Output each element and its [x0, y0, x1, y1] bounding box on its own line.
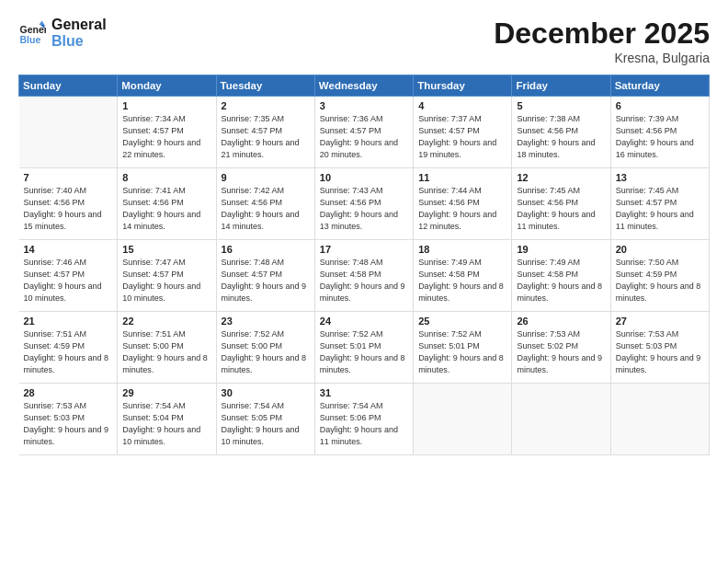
table-cell: 7 Sunrise: 7:40 AM Sunset: 4:56 PM Dayli…	[19, 168, 118, 240]
table-cell	[414, 384, 512, 455]
sunrise: Sunrise: 7:41 AM	[122, 186, 186, 195]
daylight: Daylight: 9 hours and 20 minutes.	[320, 138, 398, 159]
week-row-1: 1 Sunrise: 7:34 AM Sunset: 4:57 PM Dayli…	[19, 97, 710, 168]
day-info: Sunrise: 7:37 AM Sunset: 4:57 PM Dayligh…	[418, 113, 506, 161]
sunrise: Sunrise: 7:45 AM	[616, 186, 679, 195]
day-info: Sunrise: 7:52 AM Sunset: 5:01 PM Dayligh…	[320, 328, 408, 376]
table-cell	[512, 384, 610, 455]
sunset: Sunset: 4:56 PM	[616, 126, 677, 135]
sunrise: Sunrise: 7:49 AM	[517, 258, 580, 267]
table-cell: 1 Sunrise: 7:34 AM Sunset: 4:57 PM Dayli…	[118, 97, 216, 168]
sunset: Sunset: 4:58 PM	[320, 270, 381, 279]
header-wednesday: Wednesday	[314, 75, 413, 97]
day-number: 2	[222, 100, 310, 111]
sunrise: Sunrise: 7:51 AM	[122, 329, 186, 339]
daylight: Daylight: 9 hours and 10 minutes.	[24, 282, 102, 303]
sunset: Sunset: 4:59 PM	[24, 341, 85, 350]
sunset: Sunset: 4:58 PM	[418, 270, 480, 279]
day-number: 11	[418, 172, 506, 183]
table-cell: 2 Sunrise: 7:35 AM Sunset: 4:57 PM Dayli…	[216, 97, 314, 168]
daylight: Daylight: 9 hours and 18 minutes.	[517, 138, 595, 159]
table-cell: 15 Sunrise: 7:47 AM Sunset: 4:57 PM Dayl…	[118, 240, 216, 312]
day-info: Sunrise: 7:54 AM Sunset: 5:06 PM Dayligh…	[320, 400, 408, 448]
table-cell	[610, 384, 709, 455]
sunrise: Sunrise: 7:52 AM	[418, 329, 482, 339]
sunrise: Sunrise: 7:48 AM	[222, 258, 285, 267]
sunset: Sunset: 5:00 PM	[122, 341, 184, 350]
day-info: Sunrise: 7:49 AM Sunset: 4:58 PM Dayligh…	[418, 257, 506, 304]
daylight: Daylight: 9 hours and 8 minutes.	[320, 353, 405, 374]
daylight: Daylight: 9 hours and 11 minutes.	[320, 425, 398, 446]
table-cell: 8 Sunrise: 7:41 AM Sunset: 4:56 PM Dayli…	[118, 168, 216, 240]
day-number: 21	[24, 316, 113, 327]
daylight: Daylight: 9 hours and 10 minutes.	[222, 425, 300, 446]
logo-line1: General	[51, 17, 107, 33]
weekday-header-row: Sunday Monday Tuesday Wednesday Thursday…	[19, 75, 710, 97]
day-number: 31	[320, 387, 408, 398]
sunset: Sunset: 5:00 PM	[222, 341, 283, 350]
sunset: Sunset: 4:59 PM	[616, 270, 677, 279]
sunset: Sunset: 4:57 PM	[222, 270, 283, 279]
table-cell: 5 Sunrise: 7:38 AM Sunset: 4:56 PM Dayli…	[512, 97, 610, 168]
sunset: Sunset: 4:57 PM	[24, 270, 85, 279]
header-tuesday: Tuesday	[216, 75, 314, 97]
table-cell: 18 Sunrise: 7:49 AM Sunset: 4:58 PM Dayl…	[414, 240, 512, 312]
sunrise: Sunrise: 7:53 AM	[517, 329, 580, 339]
day-number: 29	[122, 387, 210, 398]
daylight: Daylight: 9 hours and 16 minutes.	[616, 138, 694, 159]
table-cell: 4 Sunrise: 7:37 AM Sunset: 4:57 PM Dayli…	[414, 97, 512, 168]
week-row-5: 28 Sunrise: 7:53 AM Sunset: 5:03 PM Dayl…	[19, 384, 710, 455]
sunset: Sunset: 4:57 PM	[222, 126, 283, 135]
table-cell: 28 Sunrise: 7:53 AM Sunset: 5:03 PM Dayl…	[19, 384, 118, 455]
day-info: Sunrise: 7:50 AM Sunset: 4:59 PM Dayligh…	[616, 257, 704, 304]
day-number: 6	[616, 100, 704, 111]
sunset: Sunset: 4:56 PM	[222, 198, 283, 207]
day-number: 3	[320, 100, 408, 111]
header: General Blue General Blue December 2025 …	[18, 17, 710, 65]
day-number: 17	[320, 244, 408, 255]
daylight: Daylight: 9 hours and 9 minutes.	[517, 353, 602, 374]
table-cell: 21 Sunrise: 7:51 AM Sunset: 4:59 PM Dayl…	[19, 312, 118, 384]
day-number: 4	[418, 100, 506, 111]
table-cell: 31 Sunrise: 7:54 AM Sunset: 5:06 PM Dayl…	[314, 384, 413, 455]
calendar-page: General Blue General Blue December 2025 …	[0, 0, 728, 563]
day-info: Sunrise: 7:52 AM Sunset: 5:01 PM Dayligh…	[418, 328, 506, 376]
sunset: Sunset: 4:57 PM	[122, 270, 184, 279]
header-thursday: Thursday	[414, 75, 512, 97]
day-info: Sunrise: 7:40 AM Sunset: 4:56 PM Dayligh…	[24, 185, 113, 233]
sunrise: Sunrise: 7:52 AM	[320, 329, 383, 339]
day-info: Sunrise: 7:41 AM Sunset: 4:56 PM Dayligh…	[122, 185, 210, 233]
table-cell: 25 Sunrise: 7:52 AM Sunset: 5:01 PM Dayl…	[414, 312, 512, 384]
day-info: Sunrise: 7:51 AM Sunset: 4:59 PM Dayligh…	[24, 328, 113, 376]
daylight: Daylight: 9 hours and 8 minutes.	[418, 353, 504, 374]
day-info: Sunrise: 7:48 AM Sunset: 4:58 PM Dayligh…	[320, 257, 408, 304]
table-cell: 14 Sunrise: 7:46 AM Sunset: 4:57 PM Dayl…	[19, 240, 118, 312]
daylight: Daylight: 9 hours and 8 minutes.	[122, 353, 208, 374]
day-info: Sunrise: 7:39 AM Sunset: 4:56 PM Dayligh…	[616, 113, 704, 161]
title-block: December 2025 Kresna, Bulgaria	[494, 17, 710, 65]
header-sunday: Sunday	[19, 75, 118, 97]
sunrise: Sunrise: 7:46 AM	[24, 258, 87, 267]
day-info: Sunrise: 7:53 AM Sunset: 5:03 PM Dayligh…	[616, 328, 704, 376]
day-number: 14	[24, 244, 113, 255]
logo-line2: Blue	[51, 33, 107, 50]
table-cell: 20 Sunrise: 7:50 AM Sunset: 4:59 PM Dayl…	[610, 240, 709, 312]
day-info: Sunrise: 7:52 AM Sunset: 5:00 PM Dayligh…	[222, 328, 310, 376]
sunset: Sunset: 5:02 PM	[517, 341, 578, 350]
sunrise: Sunrise: 7:54 AM	[222, 401, 285, 410]
day-number: 9	[222, 172, 310, 183]
sunset: Sunset: 4:56 PM	[517, 198, 578, 207]
sunrise: Sunrise: 7:36 AM	[320, 114, 383, 123]
month-title: December 2025	[494, 17, 710, 51]
daylight: Daylight: 9 hours and 13 minutes.	[320, 210, 398, 231]
sunrise: Sunrise: 7:44 AM	[418, 186, 482, 195]
location: Kresna, Bulgaria	[494, 51, 710, 65]
day-number: 15	[122, 244, 210, 255]
sunset: Sunset: 4:56 PM	[517, 126, 578, 135]
sunrise: Sunrise: 7:53 AM	[616, 329, 679, 339]
day-info: Sunrise: 7:51 AM Sunset: 5:00 PM Dayligh…	[122, 328, 210, 376]
daylight: Daylight: 9 hours and 10 minutes.	[122, 282, 200, 303]
sunset: Sunset: 4:56 PM	[122, 198, 184, 207]
daylight: Daylight: 9 hours and 21 minutes.	[222, 138, 300, 159]
svg-marker-2	[40, 20, 45, 25]
